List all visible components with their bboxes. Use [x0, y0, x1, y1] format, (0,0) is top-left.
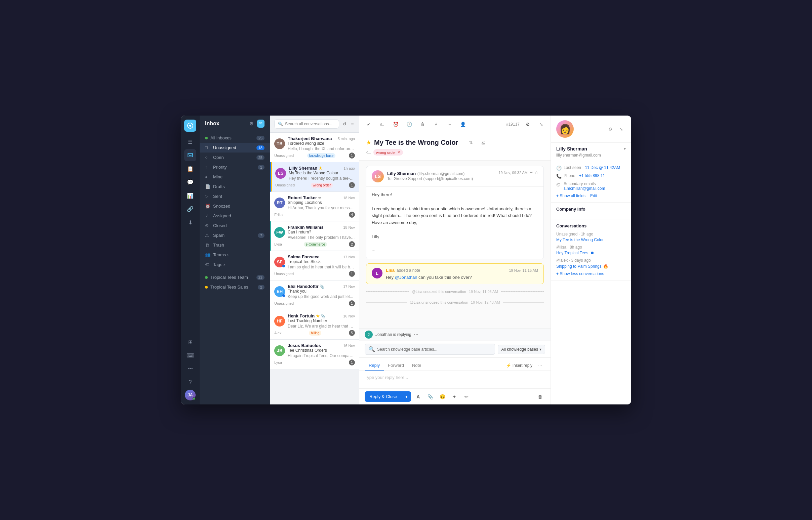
sidebar-item-teams[interactable]: 👥 Teams › — [200, 250, 270, 260]
expand-button[interactable]: ⤡ — [536, 119, 547, 130]
sidebar-item-snoozed[interactable]: ⏰ Snoozed — [200, 201, 270, 211]
title-arrow-icon[interactable]: ⇅ — [466, 138, 476, 147]
sidebar-item-tropical-tees-sales[interactable]: Tropical Tees Sales 2 — [200, 282, 270, 292]
edit-link[interactable]: Edit — [590, 193, 597, 198]
conv-item-salma[interactable]: SF Salma Fonseca 17 Nov Tropical Tee Sto… — [270, 251, 359, 281]
adjust-button[interactable]: ⚙ — [522, 119, 533, 130]
conv-item-henk[interactable]: HF Henk Fortuin ★ 📎 16 Nov Lost Tracking… — [270, 310, 359, 340]
reply-send-button[interactable]: Reply & Close ▾ — [365, 391, 411, 402]
nav-icon-menu[interactable]: ☰ — [184, 136, 196, 148]
conv-item-jesus[interactable]: JB Jesus Bañuelos 16 Nov Tee Christmas O… — [270, 340, 359, 369]
conv-item-thakurjeet[interactable]: TB Thakurjeet Bharwana 5 min. ago I orde… — [270, 133, 359, 162]
resolve-button[interactable]: ✓ — [363, 119, 374, 130]
tag-add-icon[interactable]: 🏷 — [366, 150, 372, 156]
tag-chip-remove[interactable]: ✕ — [397, 150, 400, 155]
sidebar-item-tags[interactable]: 🏷 Tags › — [200, 260, 270, 269]
reply-tab-note[interactable]: Note — [408, 361, 425, 370]
rp-adjust-button[interactable]: ⚙ — [606, 124, 615, 134]
search-box[interactable]: 🔍 — [274, 119, 339, 129]
sidebar-item-mine[interactable]: ♦ Mine — [200, 172, 270, 182]
show-all-fields-link[interactable]: + Show all fields — [556, 193, 585, 198]
phone-field: 📞 Phone +1 555 898 11 — [556, 173, 626, 179]
nav-icon-reports[interactable]: 📋 — [184, 162, 196, 175]
conv-card-title-1[interactable]: My Tee is the Wrong Color — [556, 237, 626, 242]
more-button[interactable]: ··· — [444, 119, 455, 130]
search-input[interactable] — [285, 122, 335, 126]
rp-expand-button[interactable]: ⤡ — [616, 124, 626, 134]
sidebar-label-assigned: Assigned — [213, 213, 264, 218]
note-content: Lisa added a note 19 Nov, 11:15 AM Hey @… — [386, 268, 538, 280]
insert-reply-button[interactable]: ⚡ Insert reply — [504, 362, 535, 369]
conv-count: 5 — [349, 330, 355, 336]
mine-icon: ♦ — [205, 174, 210, 179]
sidebar-compose-icon[interactable]: ✏ — [257, 120, 264, 128]
show-less-conversations[interactable]: + Show less conversations — [556, 271, 626, 276]
nav-icon-inbox[interactable] — [184, 149, 196, 161]
kb-input-box[interactable]: 🔍 — [365, 344, 495, 355]
reply-more-button[interactable]: ··· — [535, 360, 545, 370]
nav-icon-keyboard[interactable]: ⌨ — [184, 349, 196, 361]
reply-send-dropdown-icon[interactable]: ▾ — [402, 391, 411, 402]
sidebar-item-spam[interactable]: ⚠ Spam 7 — [200, 230, 270, 240]
conv-star-icon[interactable]: ★ — [366, 139, 372, 146]
star-email-icon[interactable]: ☆ — [535, 170, 538, 175]
sidebar-settings-icon[interactable]: ⚙ — [248, 120, 255, 128]
conv-accent — [270, 222, 271, 251]
nav-icon-help[interactable]: ? — [184, 376, 196, 388]
conv-item-lilly[interactable]: LS Lilly Sherman ★ 1h ago My Tee is the … — [270, 162, 359, 192]
nav-icon-table[interactable]: ⊞ — [184, 336, 196, 348]
reply-send-label: Reply & Close — [365, 391, 402, 402]
reply-tab-reply[interactable]: Reply — [365, 361, 384, 370]
sidebar-item-all-inboxes[interactable]: All inboxes 25 — [200, 133, 270, 143]
sidebar-item-assigned[interactable]: ✓ Assigned — [200, 211, 270, 221]
delete-button[interactable]: 🗑 — [417, 119, 428, 130]
app-logo[interactable] — [184, 120, 196, 132]
reply-tab-forward[interactable]: Forward — [384, 361, 408, 370]
sidebar-item-sent[interactable]: ▷ Sent — [200, 191, 270, 201]
refresh-button[interactable]: ↺ — [342, 119, 347, 129]
sidebar-item-unassigned[interactable]: □ Unassigned 18 — [200, 143, 270, 153]
sidebar-item-priority[interactable]: ↑ Priority 1 — [200, 162, 270, 172]
label-button[interactable]: 🏷 — [377, 119, 387, 130]
conv-card-title-2[interactable]: Hey Tropical Tees — [556, 251, 626, 255]
nav-icon-settings[interactable]: ⬇ — [184, 216, 196, 228]
nav-icon-chat[interactable]: 💬 — [184, 176, 196, 188]
customer-dropdown-icon[interactable]: ▾ — [624, 147, 626, 151]
sort-button[interactable]: ≡ — [350, 119, 355, 129]
delete-reply-button[interactable]: 🗑 — [535, 392, 545, 402]
kb-select-label: All knowledge bases — [502, 347, 538, 352]
conv-tag: billing — [309, 331, 322, 336]
nav-icon-integrations[interactable]: 🔗 — [184, 203, 196, 215]
format-text-button[interactable]: A — [413, 392, 423, 402]
emoji-button[interactable]: 😊 — [437, 392, 447, 402]
snooze-button[interactable]: ⏰ — [390, 119, 401, 130]
merge-button[interactable]: ⑂ — [431, 119, 441, 130]
attach-button[interactable]: 📎 — [425, 392, 435, 402]
ai-button[interactable]: ✦ — [449, 392, 459, 402]
draw-button[interactable]: ✏ — [461, 392, 472, 402]
reply-icon[interactable]: ↩ — [530, 170, 533, 175]
title-print-icon[interactable]: 🖨 — [478, 138, 488, 147]
sidebar-item-drafts[interactable]: 📄 Drafts — [200, 182, 270, 191]
sidebar-item-open[interactable]: ○ Open 25 — [200, 153, 270, 162]
company-info-section: Company info — [551, 203, 631, 219]
sidebar-item-tropical-tees-team[interactable]: Tropical Tees Team 23 — [200, 272, 270, 282]
sidebar-item-trash[interactable]: 🗑 Trash — [200, 240, 270, 250]
email-expand-dots[interactable]: ··· — [372, 247, 538, 254]
kb-select-dropdown[interactable]: All knowledge bases ▾ — [498, 345, 545, 354]
sidebar-item-closed[interactable]: ⊗ Closed — [200, 221, 270, 230]
user-avatar[interactable]: JA — [185, 390, 196, 400]
reply-input[interactable]: Type your reply here... — [359, 371, 551, 388]
clock-icon: 🕐 — [556, 165, 561, 171]
email-sender-email: (lilly.sherman@gmail.com) — [417, 171, 465, 176]
time-button[interactable]: 🕐 — [404, 119, 414, 130]
nav-icon-analytics[interactable]: 📊 — [184, 189, 196, 202]
conv-item-franklin[interactable]: FW Franklin Williams 18 Nov Can I return… — [270, 222, 359, 251]
kb-search-input[interactable] — [377, 347, 491, 352]
conv-card-title-3[interactable]: Shipping to Palm Springs 🔥 — [556, 264, 626, 269]
nav-icon-activity[interactable]: 〜 — [184, 363, 196, 375]
conv-item-robert[interactable]: RT Robert Tucker ✏ 18 Nov Shipping Locat… — [270, 192, 359, 222]
conv-item-elsi[interactable]: EH Elsi Hansdottir 📎 17 Nov Thank you Ke… — [270, 281, 359, 310]
star-icon: ★ — [316, 314, 320, 318]
customer-button[interactable]: 👤 — [457, 119, 468, 130]
